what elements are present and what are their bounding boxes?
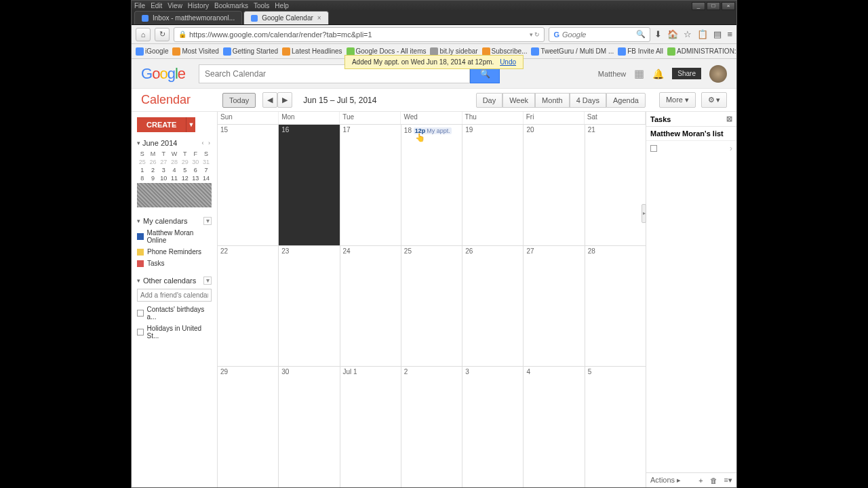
- menu-edit[interactable]: Edit: [151, 2, 162, 9]
- bookmark-item[interactable]: Subscribe...: [482, 47, 528, 56]
- my-calendars-menu-icon[interactable]: ▾: [203, 217, 212, 225]
- delete-task-icon[interactable]: 🗑: [710, 476, 717, 485]
- view-week-button[interactable]: Week: [502, 93, 535, 108]
- day-cell[interactable]: 5: [585, 367, 646, 487]
- day-cell[interactable]: 3: [462, 367, 524, 487]
- bookmark-item[interactable]: bit.ly sidebar: [430, 47, 477, 56]
- mini-next-button[interactable]: ›: [208, 140, 212, 146]
- calendar-item[interactable]: Contacts' birthdays a...: [137, 306, 212, 321]
- prev-period-button[interactable]: ◀: [262, 92, 277, 108]
- menu-file[interactable]: File: [134, 2, 145, 9]
- day-cell[interactable]: 17: [340, 125, 401, 245]
- bookmark-item[interactable]: TweetGuru / Multi DM ...: [531, 47, 614, 56]
- create-event-button[interactable]: CREATE ▼: [137, 117, 212, 132]
- window-minimize-button[interactable]: _: [692, 2, 705, 10]
- day-cell[interactable]: 30: [279, 367, 340, 487]
- bookmark-item[interactable]: Most Visited: [172, 47, 218, 56]
- chevron-down-icon[interactable]: ▾: [137, 218, 140, 224]
- calendar-item[interactable]: Tasks: [137, 260, 212, 267]
- day-cell[interactable]: 4: [524, 367, 585, 487]
- day-cell-today[interactable]: 16: [279, 125, 340, 245]
- menu-view[interactable]: View: [167, 2, 182, 9]
- day-cell[interactable]: 27: [524, 246, 585, 367]
- chevron-down-icon[interactable]: ▾: [137, 277, 140, 284]
- task-checkbox[interactable]: [650, 145, 657, 152]
- bookmark-item[interactable]: iGoogle: [136, 47, 168, 56]
- day-cell[interactable]: 15: [218, 125, 279, 245]
- url-dropdown-icon[interactable]: ▾ ↻: [530, 31, 540, 38]
- user-avatar[interactable]: [709, 65, 727, 83]
- tab-close-icon[interactable]: ×: [317, 14, 321, 22]
- bookmark-item[interactable]: Latest Headlines: [282, 47, 342, 56]
- tasks-splitter-handle[interactable]: ▸: [642, 204, 646, 223]
- day-cell[interactable]: 21: [585, 125, 646, 245]
- calendar-item[interactable]: Holidays in United St...: [137, 325, 212, 340]
- hamburger-icon[interactable]: ≡: [727, 29, 732, 39]
- chevron-right-icon[interactable]: ›: [730, 144, 732, 153]
- home-icon[interactable]: 🏠: [667, 29, 678, 39]
- search-icon[interactable]: 🔍: [636, 30, 646, 39]
- clipboard-icon[interactable]: 📋: [697, 29, 708, 39]
- tabs-icon[interactable]: ▤: [713, 29, 722, 39]
- settings-gear-button[interactable]: ⚙ ▾: [701, 92, 727, 108]
- next-period-button[interactable]: ▶: [277, 92, 292, 108]
- window-close-button[interactable]: ×: [722, 2, 735, 10]
- view-agenda-button[interactable]: Agenda: [606, 93, 646, 108]
- more-menu-button[interactable]: More ▾: [659, 92, 696, 108]
- day-cell[interactable]: Jul 1: [340, 367, 401, 487]
- calendar-event[interactable]: 12pMy appt.: [414, 127, 452, 134]
- day-cell[interactable]: 25: [401, 246, 462, 367]
- menu-history[interactable]: History: [188, 2, 209, 9]
- day-cell[interactable]: 2: [401, 367, 462, 487]
- downloads-icon[interactable]: ⬇: [654, 29, 662, 39]
- day-cell[interactable]: 28: [585, 246, 646, 367]
- menu-tools[interactable]: Tools: [254, 2, 269, 9]
- user-name-label[interactable]: Matthew: [598, 70, 627, 78]
- toast-undo-link[interactable]: Undo: [500, 58, 516, 66]
- chevron-down-icon[interactable]: ▾: [137, 140, 140, 146]
- other-calendars-menu-icon[interactable]: ▾: [203, 277, 212, 285]
- menu-bookmarks[interactable]: Bookmarks: [214, 2, 248, 9]
- bookmark-item[interactable]: ADMINISTRATION: Ta...: [667, 47, 736, 56]
- view-day-button[interactable]: Day: [476, 93, 503, 108]
- calendar-item[interactable]: Phone Reminders: [137, 248, 212, 256]
- home-button[interactable]: ⌂: [136, 28, 151, 41]
- tasks-list-name[interactable]: Matthew Moran's list: [646, 127, 736, 141]
- apps-grid-icon[interactable]: ▦: [634, 67, 644, 80]
- tasks-actions-menu[interactable]: Actions ▸: [650, 476, 681, 485]
- create-dropdown-icon[interactable]: ▼: [186, 117, 195, 132]
- mini-prev-button[interactable]: ‹: [201, 140, 205, 146]
- today-button[interactable]: Today: [222, 93, 256, 108]
- day-cell[interactable]: 26: [462, 246, 524, 367]
- google-logo[interactable]: Google: [141, 65, 185, 83]
- bookmark-item[interactable]: Google Docs - All items: [347, 47, 427, 56]
- task-row[interactable]: ›: [646, 141, 736, 156]
- urlfield[interactable]: 🔒 https://www.google.com/calendar/render…: [174, 27, 545, 42]
- notifications-icon[interactable]: 🔔: [652, 68, 664, 79]
- calendar-item[interactable]: Matthew Moran Online: [137, 229, 212, 244]
- bookmark-item[interactable]: FB Invite All: [618, 47, 663, 56]
- star-icon[interactable]: ☆: [684, 29, 692, 39]
- day-cell[interactable]: 23: [279, 246, 340, 367]
- day-cell[interactable]: 24: [340, 246, 401, 367]
- browser-tab-inbox[interactable]: Inbox - matthewmoranonl...: [134, 11, 242, 24]
- day-cell[interactable]: 18 12pMy appt. 👆: [401, 125, 462, 245]
- browser-tab-calendar[interactable]: Google Calendar ×: [243, 11, 328, 24]
- mini-calendar[interactable]: SMTWTFS 25262728293031 1234567 891011121…: [137, 150, 212, 207]
- tasks-list-menu-icon[interactable]: ≡▾: [724, 476, 732, 485]
- day-cell[interactable]: 29: [218, 367, 279, 487]
- bookmark-item[interactable]: Getting Started: [223, 47, 278, 56]
- day-cell[interactable]: 19: [462, 125, 524, 245]
- view-month-button[interactable]: Month: [535, 93, 570, 108]
- day-cell[interactable]: 22: [218, 246, 279, 367]
- day-cell[interactable]: 20: [524, 125, 585, 245]
- reload-button[interactable]: ↻: [155, 28, 170, 41]
- browser-search-input[interactable]: G Google 🔍: [549, 27, 650, 42]
- view-4days-button[interactable]: 4 Days: [570, 93, 606, 108]
- menu-help[interactable]: Help: [275, 2, 289, 9]
- tasks-close-icon[interactable]: ⊠: [726, 115, 732, 123]
- share-button[interactable]: Share: [672, 68, 701, 79]
- add-task-icon[interactable]: +: [698, 476, 703, 485]
- window-maximize-button[interactable]: □: [707, 2, 720, 10]
- add-friend-calendar-input[interactable]: [137, 289, 212, 302]
